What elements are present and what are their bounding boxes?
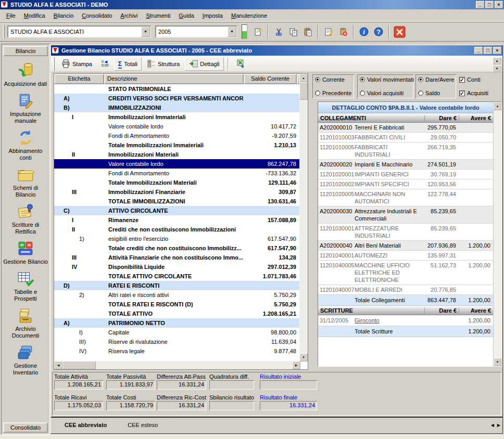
- grid-row[interactable]: Totale crediti che non costituiscono Imm…: [54, 243, 308, 253]
- grid-row[interactable]: IIIAttività Finanziarie che non costitui…: [54, 253, 308, 262]
- grid-row[interactable]: TOTALE RATEI E RISCONTI (D)5.750,29: [54, 300, 308, 309]
- help-button[interactable]: ?: [371, 24, 386, 39]
- sidebar-item-imputazione-manuale[interactable]: Imputazione manuale: [2, 92, 49, 124]
- menu-strumenti[interactable]: Strumenti: [142, 10, 174, 21]
- tool-export[interactable]: [232, 57, 249, 71]
- scroll-up-icon[interactable]: ▲: [299, 74, 308, 82]
- tab-cee-esteso[interactable]: CEE esteso: [118, 418, 167, 432]
- new-doc-button[interactable]: [250, 24, 265, 39]
- sidebar-section-bilancio[interactable]: Bilancio: [3, 46, 48, 56]
- scroll-left-icon[interactable]: ◀: [54, 361, 62, 369]
- grid-row[interactable]: B)IMMOBILIZZAZIONI: [54, 103, 308, 112]
- scroll-track[interactable]: [96, 361, 292, 369]
- checkbox-acquisiti[interactable]: Acquisiti: [459, 90, 492, 96]
- minimize-button[interactable]: _: [476, 1, 484, 8]
- maximize-button[interactable]: □: [485, 1, 494, 8]
- scroll-track[interactable]: [299, 100, 308, 353]
- child-close-button[interactable]: ×: [493, 47, 501, 54]
- grid-row[interactable]: Fondi di Ammortamento-733.136,32: [54, 169, 308, 178]
- close-app-button[interactable]: [392, 24, 407, 39]
- grid-vertical-scrollbar[interactable]: ▲ ▼: [299, 74, 308, 361]
- menu-file[interactable]: File: [2, 10, 20, 21]
- scroll-down-icon[interactable]: ▼: [494, 358, 501, 366]
- grid-row[interactable]: Valore contabile lordo10.417,72: [54, 122, 308, 131]
- paste-button[interactable]: [300, 24, 315, 39]
- tool-totali[interactable]: ΣTotali: [114, 57, 142, 71]
- collegamenti-row[interactable]: 11201020002IMPIANTI SPECIFICI120.953,56: [318, 179, 493, 189]
- grid-row[interactable]: III)Riserve di rivalutazione11.639,04: [54, 337, 308, 346]
- sidebar-item-gestione-inventario[interactable]: Gestione Inventario: [2, 344, 49, 376]
- grid-row[interactable]: IIImmobilizzazioni Materiali: [54, 150, 308, 159]
- company-select[interactable]: STUDIO ALFA E ASSOCIATI ▼: [7, 25, 151, 38]
- spin-up-icon[interactable]: ▲: [493, 57, 501, 64]
- grid-row[interactable]: IICrediti che non costituiscono Immobili…: [54, 225, 308, 234]
- column-header-etichetta[interactable]: Etichetta: [54, 74, 104, 84]
- collegamenti-row[interactable]: 11201030001ATTREZZATURE INDUSTRIALI85.23…: [318, 224, 493, 241]
- tab-scroll-right-icon[interactable]: ▶: [497, 423, 500, 428]
- collegamenti-row[interactable]: 11201040005MACCHINE UFFICIO ELETTRICHE E…: [318, 261, 493, 285]
- copy-button[interactable]: [286, 24, 300, 39]
- grid-row[interactable]: IVDisponibilità Liquide297.012,39: [54, 262, 308, 272]
- grid-row[interactable]: C)ATTIVO CIRCOLANTE: [54, 206, 308, 215]
- edit-doc-button[interactable]: [321, 24, 336, 39]
- column-header-descrizione[interactable]: Descrizione: [104, 74, 244, 84]
- info-button[interactable]: i: [357, 24, 371, 39]
- collegamenti-row[interactable]: 11201020005MACCHINARI NON AUTOMATICI122.…: [318, 189, 493, 206]
- grid-row[interactable]: IRimanenze157.088,89: [54, 215, 308, 225]
- year-select[interactable]: 2005 ▼: [155, 25, 237, 38]
- grid-row[interactable]: 2)Altri ratei e risconti attivi5.750,29: [54, 290, 308, 300]
- grid-row[interactable]: 1)esigibili entro l'esercizio617.547,90: [54, 234, 308, 243]
- radio-valori-movimentati[interactable]: Valori movimentati: [360, 76, 411, 83]
- entry-link[interactable]: Giroconto: [355, 317, 424, 324]
- collegamenti-row[interactable]: 11201010005FABBRICATI INDUSTRIALI266.719…: [318, 143, 493, 160]
- sidebar-item-schemi-di-bilancio[interactable]: Schemi di Bilancio: [2, 166, 49, 198]
- collegamenti-row[interactable]: A202000010Terreni E Fabbricati295.770,05: [318, 123, 493, 133]
- collegamenti-row[interactable]: 11201040007MOBILI E ARREDI20.776,85: [318, 285, 493, 295]
- scroll-right-icon[interactable]: ▶: [292, 361, 300, 369]
- tab-scroll-left-icon[interactable]: ◀: [491, 423, 494, 428]
- grid-row[interactable]: D)RATEI E RISCONTI: [54, 281, 308, 290]
- menu-bilancio[interactable]: Bilancio: [49, 10, 78, 21]
- collegamenti-row[interactable]: A202000020Impianti E Macchinario274.501,…: [318, 160, 493, 170]
- menu-consolidato[interactable]: Consolidato: [78, 10, 116, 21]
- grid-row[interactable]: IImmobilizzazioni Immateriali: [54, 112, 308, 122]
- menu-archivi[interactable]: Archivi: [116, 10, 142, 21]
- chevron-down-icon[interactable]: ▼: [141, 27, 150, 37]
- radio-saldo[interactable]: Saldo: [418, 90, 453, 96]
- chevron-down-icon[interactable]: ▼: [228, 27, 236, 37]
- grid-row[interactable]: TOTALE ATTIVO1.208.165,21: [54, 309, 308, 318]
- grid-row[interactable]: Valore contabile lordo862.247,78: [54, 159, 308, 169]
- radio-dare-avere[interactable]: Dare/Avere: [418, 76, 453, 83]
- menu-modifica[interactable]: Modifica: [20, 10, 49, 21]
- checkbox-conti[interactable]: Conti: [459, 76, 492, 83]
- grid-row[interactable]: A)PATRIMONIO NETTO: [54, 318, 308, 328]
- sidebar-section-consolidato[interactable]: Consolidato: [3, 422, 48, 433]
- sidebar-item-abbinamento-conti[interactable]: Abbinamento conti: [2, 129, 49, 161]
- grid-row[interactable]: A)CREDITI VERSO SOCI PER VERSAMENTI ANCO…: [54, 94, 308, 103]
- grid-row[interactable]: I)Capitale98.800,00: [54, 328, 308, 337]
- sidebar-item-archivio-documenti[interactable]: Archivio Documenti: [2, 307, 49, 339]
- tool-stampa[interactable]: Stampa: [57, 57, 96, 71]
- sidebar-item-gestione-bilancio[interactable]: Gestione Bilancio: [2, 240, 49, 265]
- column-header-saldo-corrente[interactable]: Saldo Corrente: [244, 74, 297, 84]
- radio-valori-acquisiti[interactable]: Valori acquisiti: [360, 90, 411, 96]
- child-minimize-button[interactable]: _: [474, 47, 483, 54]
- menu-guida[interactable]: Guida: [174, 10, 198, 21]
- radio-precedente[interactable]: Precedente: [315, 90, 351, 96]
- grid-row[interactable]: TOTALE IMMOBILIZZAZIONI130.631,46: [54, 197, 308, 206]
- child-restore-button[interactable]: □: [484, 47, 492, 54]
- collegamenti-row[interactable]: 11201040001AUTOMEZZI135.997,31: [318, 251, 493, 261]
- scroll-down-icon[interactable]: ▼: [299, 353, 308, 361]
- menu-imposta[interactable]: Imposta: [198, 10, 227, 21]
- grid-row[interactable]: STATO PATRIMONIALE: [54, 84, 308, 94]
- collegamenti-row[interactable]: A202000040Altri Beni Materiali207.936,89…: [318, 241, 493, 251]
- tool-struttura[interactable]: Struttura: [143, 57, 184, 71]
- scroll-up-icon[interactable]: ▲: [494, 102, 501, 110]
- collegamenti-row[interactable]: 11201010003FABBRICATI CIVILI29.050,70: [318, 133, 493, 143]
- scritture-row[interactable]: 31/12/2005Giroconto1.200,00: [318, 315, 493, 326]
- sidebar-item-tabelle-e-prospetti[interactable]: Tabelle e Prospetti: [2, 270, 49, 302]
- tab-cee-abbreviato[interactable]: CEE abbreviato: [55, 418, 116, 432]
- grid-row[interactable]: Totale Immobilizzazioni Immateriali1.210…: [54, 140, 308, 150]
- tool-decimal[interactable]: 0 ◀0,00: [97, 57, 113, 71]
- grid-horizontal-scrollbar[interactable]: ◀ ▶: [54, 361, 300, 369]
